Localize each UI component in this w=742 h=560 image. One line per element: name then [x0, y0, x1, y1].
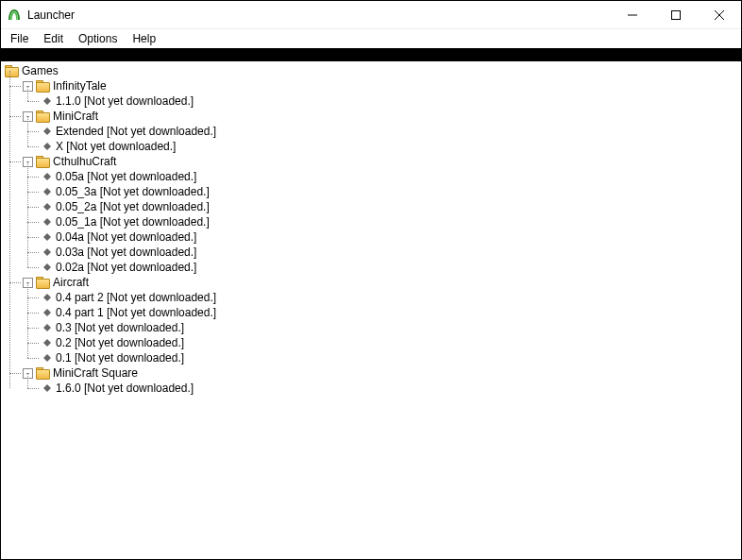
svg-marker-7 [43, 173, 51, 180]
menu-file[interactable]: File [3, 30, 36, 47]
svg-marker-14 [43, 294, 51, 301]
bullet-icon [43, 324, 51, 331]
svg-marker-8 [43, 188, 51, 195]
tree-game-label: MiniCraft Square [53, 366, 138, 381]
bullet-icon [43, 218, 51, 226]
svg-marker-17 [43, 339, 51, 347]
folder-icon [5, 65, 18, 76]
tree-version-label: 0.3 [Not yet downloaded.] [56, 321, 184, 335]
tree-version-row[interactable]: 0.3 [Not yet downloaded.] [41, 320, 741, 335]
tree-version-row[interactable]: 0.2 [Not yet downloaded.] [41, 335, 741, 350]
tree-version-label: 1.1.0 [Not yet downloaded.] [56, 94, 194, 109]
tree-version-label: 0.02a [Not yet downloaded.] [56, 261, 196, 275]
svg-marker-12 [43, 248, 51, 256]
bullet-icon [43, 127, 51, 135]
toolbar-strip [1, 48, 741, 61]
tree-version-label: 0.1 [Not yet downloaded.] [56, 351, 184, 365]
tree-version-label: 0.4 part 1 [Not yet downloaded.] [56, 306, 216, 320]
tree-version-label: 0.05_3a [Not yet downloaded.] [56, 185, 210, 199]
tree-version-row[interactable]: 0.05_1a [Not yet downloaded.] [41, 214, 741, 229]
bullet-icon [43, 173, 51, 180]
tree-version-label: 0.05_1a [Not yet downloaded.] [56, 215, 210, 229]
title-bar: Launcher [1, 1, 741, 29]
svg-marker-9 [43, 203, 51, 211]
tree-version-row[interactable]: 0.4 part 1 [Not yet downloaded.] [41, 305, 741, 320]
svg-marker-10 [43, 218, 51, 226]
svg-marker-5 [43, 127, 51, 135]
tree-version-label: 0.05_2a [Not yet downloaded.] [56, 200, 210, 214]
bullet-icon [43, 339, 51, 347]
bullet-icon [43, 294, 51, 301]
tree-version-row[interactable]: 0.02a [Not yet downloaded.] [41, 260, 741, 275]
tree-version-row[interactable]: 0.1 [Not yet downloaded.] [41, 350, 741, 365]
minimize-button[interactable] [611, 1, 654, 29]
svg-marker-18 [43, 354, 51, 362]
tree-root-row[interactable]: Games [5, 63, 741, 78]
tree-game-row[interactable]: -MiniCraft [23, 109, 741, 124]
svg-marker-6 [43, 143, 51, 150]
tree-game-row[interactable]: -CthulhuCraft [23, 154, 741, 169]
tree-version-row[interactable]: 0.4 part 2 [Not yet downloaded.] [41, 290, 741, 305]
folder-icon [36, 156, 49, 167]
tree-version-label: 0.04a [Not yet downloaded.] [56, 230, 196, 245]
tree-game-row[interactable]: -MiniCraft Square [23, 365, 741, 381]
bullet-icon [43, 354, 51, 362]
tree-version-row[interactable]: X [Not yet downloaded.] [41, 139, 741, 154]
folder-icon [36, 277, 49, 288]
tree-version-label: 0.03a [Not yet downloaded.] [56, 246, 196, 260]
tree-version-label: 1.6.0 [Not yet downloaded.] [56, 382, 194, 396]
svg-marker-4 [43, 97, 51, 105]
tree-version-row[interactable]: 0.05_2a [Not yet downloaded.] [41, 199, 741, 214]
menu-help[interactable]: Help [125, 30, 163, 47]
svg-marker-15 [43, 309, 51, 316]
tree-game-label: CthulhuCraft [53, 155, 116, 169]
tree-version-row[interactable]: 1.6.0 [Not yet downloaded.] [41, 381, 741, 396]
window-title: Launcher [27, 8, 611, 22]
tree-game-label: MiniCraft [53, 110, 98, 124]
menu-edit[interactable]: Edit [36, 30, 71, 47]
svg-marker-13 [43, 263, 51, 271]
app-icon [7, 8, 22, 23]
bullet-icon [43, 97, 51, 105]
tree-version-row[interactable]: 0.05_3a [Not yet downloaded.] [41, 184, 741, 199]
bullet-icon [43, 248, 51, 256]
tree-version-label: Extended [Not yet downloaded.] [56, 125, 216, 139]
game-tree[interactable]: Games-InfinityTale1.1.0 [Not yet downloa… [1, 61, 741, 559]
close-button[interactable] [698, 1, 741, 29]
svg-rect-1 [672, 10, 681, 19]
bullet-icon [43, 188, 51, 195]
svg-marker-16 [43, 324, 51, 331]
bullet-icon [43, 384, 51, 392]
tree-version-label: 0.2 [Not yet downloaded.] [56, 336, 184, 350]
menu-bar: File Edit Options Help [1, 29, 741, 48]
tree-version-label: X [Not yet downloaded.] [56, 140, 176, 154]
folder-icon [36, 110, 49, 122]
tree-game-label: Aircraft [53, 276, 89, 290]
tree-root-label: Games [22, 64, 59, 78]
bullet-icon [43, 309, 51, 316]
menu-options[interactable]: Options [71, 30, 125, 47]
tree-game-label: InfinityTale [53, 79, 107, 93]
bullet-icon [43, 143, 51, 150]
tree-version-label: 0.05a [Not yet downloaded.] [56, 170, 196, 184]
tree-game-row[interactable]: -InfinityTale [23, 78, 741, 93]
svg-marker-11 [43, 233, 51, 241]
tree-version-row[interactable]: 0.05a [Not yet downloaded.] [41, 169, 741, 184]
bullet-icon [43, 203, 51, 211]
folder-icon [36, 80, 49, 92]
tree-version-row[interactable]: 1.1.0 [Not yet downloaded.] [41, 93, 741, 109]
maximize-button[interactable] [654, 1, 698, 29]
svg-marker-19 [43, 384, 51, 392]
tree-version-row[interactable]: 0.04a [Not yet downloaded.] [41, 229, 741, 245]
bullet-icon [43, 263, 51, 271]
tree-version-row[interactable]: Extended [Not yet downloaded.] [41, 124, 741, 139]
tree-version-label: 0.4 part 2 [Not yet downloaded.] [56, 291, 216, 305]
tree-game-row[interactable]: -Aircraft [23, 275, 741, 290]
bullet-icon [43, 233, 51, 241]
folder-icon [36, 367, 49, 379]
tree-version-row[interactable]: 0.03a [Not yet downloaded.] [41, 245, 741, 260]
